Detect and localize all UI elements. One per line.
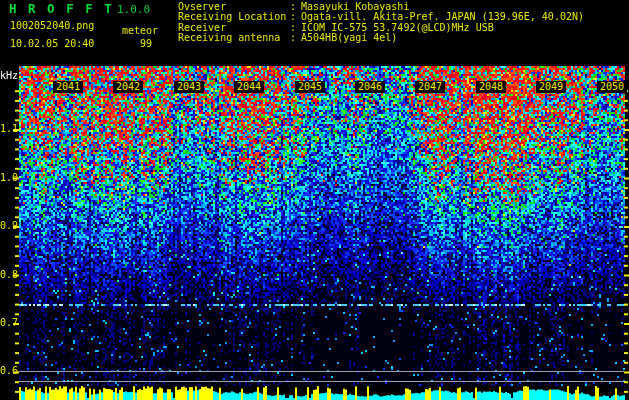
time-tick-label: 2046	[355, 81, 385, 93]
spectrogram-canvas	[0, 0, 629, 400]
time-tick-label: 2048	[476, 81, 506, 93]
time-tick-label: 2041	[53, 81, 83, 93]
meteor-count-value: 99	[140, 39, 152, 49]
time-tick-label: 2047	[415, 81, 445, 93]
info-separator: :	[288, 33, 301, 43]
info-key: Receiving antenna	[178, 33, 288, 43]
time-tick-label: 2042	[113, 81, 143, 93]
meteor-count-label: meteor	[122, 26, 158, 36]
y-axis-tick-label: 0.6	[0, 366, 13, 376]
y-axis-tick-label: 1.1	[0, 124, 13, 134]
y-axis-unit-label: kHz	[0, 71, 18, 81]
info-row-antenna: Receiving antenna:A504HB(yagi 4el)	[178, 33, 584, 43]
hrofft-window: H R O F F T 1.0.0 1002052040.png meteor …	[0, 0, 629, 400]
app-version: 1.0.0	[117, 4, 150, 15]
y-axis-tick-label: 0.7	[0, 318, 13, 328]
app-title: H R O F F T	[9, 3, 114, 16]
y-axis-tick-label: 0.9	[0, 221, 13, 231]
y-axis-tick-label: 1.0	[0, 173, 13, 183]
time-tick-label: 2043	[174, 81, 204, 93]
info-value: A504HB(yagi 4el)	[301, 33, 397, 43]
output-filename: 1002052040.png	[10, 21, 94, 31]
time-tick-label: 2050	[597, 81, 627, 93]
observation-info: Ovserver:Masayuki Kobayashi Receiving Lo…	[178, 2, 584, 43]
timestamp: 10.02.05 20:40	[10, 39, 94, 49]
time-tick-label: 2044	[234, 81, 264, 93]
time-tick-label: 2045	[295, 81, 325, 93]
time-tick-label: 2049	[536, 81, 566, 93]
y-axis-tick-label: 0.8	[0, 270, 13, 280]
